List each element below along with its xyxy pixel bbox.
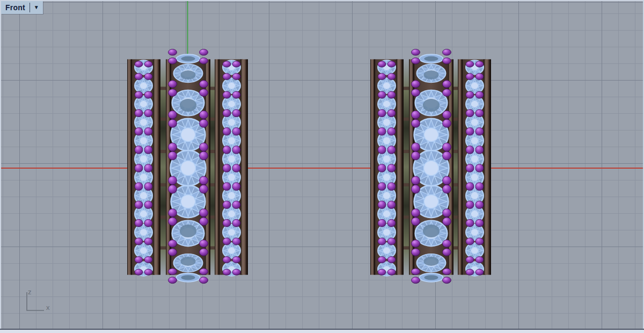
purple-gem[interactable] — [466, 164, 474, 172]
purple-gem[interactable] — [223, 238, 231, 245]
purple-gem[interactable] — [169, 240, 177, 248]
diamond-gem[interactable] — [135, 78, 152, 93]
purple-gem[interactable] — [443, 49, 451, 56]
purple-gem[interactable] — [232, 201, 240, 209]
purple-gem[interactable] — [387, 238, 396, 245]
purple-gem[interactable] — [144, 238, 152, 245]
purple-gem[interactable] — [135, 73, 143, 79]
purple-gem[interactable] — [412, 81, 420, 88]
diamond-gem-edge[interactable] — [420, 54, 443, 63]
purple-gem[interactable] — [232, 91, 240, 98]
purple-gem[interactable] — [475, 73, 484, 79]
front-viewport[interactable]: Front ▼ z x — [0, 0, 644, 329]
purple-gem[interactable] — [200, 111, 208, 119]
purple-gem[interactable] — [387, 73, 396, 79]
diamond-gem[interactable] — [466, 243, 484, 258]
diamond-gem-edge[interactable] — [177, 273, 200, 282]
purple-gem[interactable] — [412, 111, 420, 119]
purple-gem[interactable] — [144, 146, 152, 154]
purple-gem[interactable] — [135, 238, 143, 245]
ring-model-2[interactable] — [370, 49, 491, 284]
purple-gem[interactable] — [378, 257, 386, 263]
purple-gem[interactable] — [232, 257, 240, 263]
purple-gem[interactable] — [475, 238, 484, 245]
purple-gem[interactable] — [200, 240, 208, 248]
purple-gem[interactable] — [475, 257, 484, 263]
purple-gem[interactable] — [443, 176, 451, 185]
viewport-title[interactable]: Front — [5, 3, 30, 12]
purple-gem[interactable] — [144, 269, 152, 275]
purple-gem[interactable] — [232, 61, 240, 67]
purple-gem[interactable] — [412, 49, 420, 56]
purple-gem[interactable] — [378, 164, 386, 172]
purple-gem[interactable] — [135, 269, 143, 275]
purple-gem[interactable] — [387, 91, 396, 98]
purple-gem[interactable] — [144, 183, 152, 191]
diamond-gem[interactable] — [223, 243, 240, 258]
ring-model-1[interactable] — [127, 49, 248, 284]
chevron-down-icon[interactable]: ▼ — [32, 4, 41, 11]
purple-gem[interactable] — [135, 61, 143, 67]
purple-gem[interactable] — [169, 49, 177, 56]
purple-gem[interactable] — [232, 164, 240, 172]
purple-gem[interactable] — [443, 151, 451, 160]
purple-gem[interactable] — [387, 128, 396, 136]
purple-gem[interactable] — [443, 277, 451, 284]
purple-gem[interactable] — [387, 61, 396, 67]
purple-gem[interactable] — [232, 219, 240, 227]
purple-gem[interactable] — [466, 219, 474, 227]
purple-gem[interactable] — [475, 146, 484, 154]
purple-gem[interactable] — [412, 277, 420, 284]
purple-gem[interactable] — [223, 201, 231, 209]
diamond-gem[interactable] — [378, 243, 396, 258]
purple-gem[interactable] — [443, 249, 451, 256]
purple-gem[interactable] — [169, 185, 177, 193]
viewport-title-tab[interactable]: Front ▼ — [1, 1, 43, 14]
purple-gem[interactable] — [412, 218, 420, 226]
purple-gem[interactable] — [200, 249, 208, 256]
purple-gem[interactable] — [144, 201, 152, 209]
purple-gem[interactable] — [412, 89, 420, 97]
purple-gem[interactable] — [135, 257, 143, 263]
purple-gem[interactable] — [378, 91, 386, 98]
purple-gem[interactable] — [387, 201, 396, 209]
purple-gem[interactable] — [135, 128, 143, 136]
purple-gem[interactable] — [378, 110, 386, 117]
purple-gem[interactable] — [144, 219, 152, 227]
purple-gem[interactable] — [443, 209, 451, 217]
purple-gem[interactable] — [378, 73, 386, 79]
purple-gem[interactable] — [378, 201, 386, 209]
purple-gem[interactable] — [169, 119, 177, 127]
purple-gem[interactable] — [466, 201, 474, 209]
purple-gem[interactable] — [200, 49, 208, 56]
purple-gem[interactable] — [387, 257, 396, 263]
purple-gem[interactable] — [200, 277, 208, 284]
purple-gem[interactable] — [169, 111, 177, 119]
purple-gem[interactable] — [223, 269, 231, 275]
purple-gem[interactable] — [443, 111, 451, 119]
purple-gem[interactable] — [200, 176, 208, 185]
purple-gem[interactable] — [223, 219, 231, 227]
purple-gem[interactable] — [144, 257, 152, 263]
purple-gem[interactable] — [169, 277, 177, 284]
diamond-gem-edge[interactable] — [420, 273, 443, 282]
purple-gem[interactable] — [223, 146, 231, 154]
diamond-gem[interactable] — [135, 243, 152, 258]
purple-gem[interactable] — [443, 218, 451, 226]
purple-gem[interactable] — [169, 269, 177, 275]
purple-gem[interactable] — [475, 219, 484, 227]
purple-gem[interactable] — [387, 164, 396, 172]
purple-gem[interactable] — [466, 110, 474, 117]
purple-gem[interactable] — [378, 219, 386, 227]
purple-gem[interactable] — [475, 91, 484, 98]
purple-gem[interactable] — [232, 146, 240, 154]
purple-gem[interactable] — [412, 143, 420, 151]
purple-gem[interactable] — [200, 81, 208, 88]
purple-gem[interactable] — [144, 73, 152, 79]
purple-gem[interactable] — [223, 128, 231, 136]
purple-gem[interactable] — [466, 91, 474, 98]
purple-gem[interactable] — [466, 238, 474, 245]
purple-gem[interactable] — [475, 269, 484, 275]
purple-gem[interactable] — [223, 257, 231, 263]
purple-gem[interactable] — [169, 89, 177, 97]
